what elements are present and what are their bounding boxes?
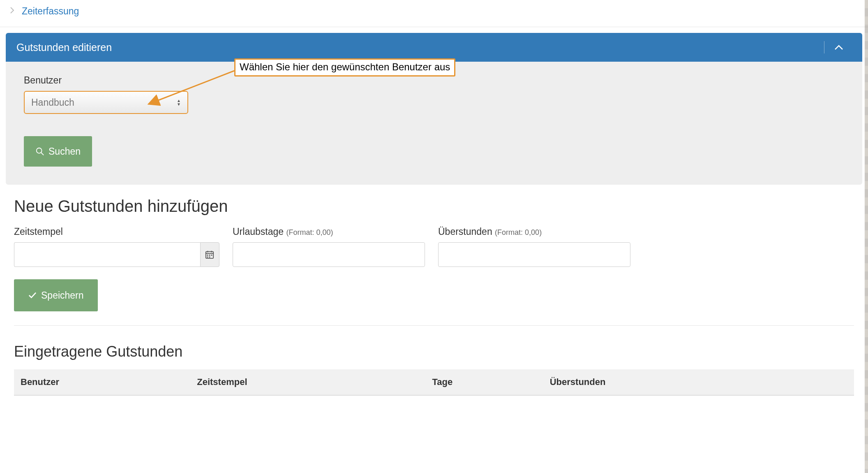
datepicker-button[interactable] — [200, 242, 219, 267]
decorative-stripe — [865, 0, 868, 412]
svg-line-1 — [41, 153, 44, 155]
search-icon — [35, 147, 44, 156]
user-select-value: Handbuch — [31, 97, 177, 108]
add-heading: Neue Gutstunden hinzufügen — [14, 197, 854, 216]
svg-rect-7 — [209, 255, 210, 256]
overtime-hint: (Format: 0,00) — [495, 228, 542, 236]
col-overtime[interactable]: Überstunden — [543, 369, 854, 395]
user-select[interactable]: Handbuch ▲▼ — [24, 91, 188, 114]
select-caret-icon: ▲▼ — [177, 99, 181, 106]
timestamp-label: Zeitstempel — [14, 226, 219, 237]
entries-section: Eingetragene Gutstunden Benutzer Zeitste… — [6, 326, 862, 396]
panel-title: Gutstunden editieren — [16, 42, 112, 53]
svg-rect-9 — [207, 257, 208, 258]
svg-rect-6 — [207, 255, 208, 256]
chevron-up-icon — [834, 44, 843, 50]
vacation-hint: (Format: 0,00) — [286, 228, 333, 236]
save-button-label: Speichern — [41, 290, 84, 301]
search-button-label: Suchen — [48, 146, 81, 157]
svg-rect-10 — [209, 257, 210, 258]
entries-heading: Eingetragene Gutstunden — [14, 343, 854, 360]
svg-rect-8 — [211, 255, 212, 256]
chevron-right-icon — [10, 7, 14, 16]
panel-header: Gutstunden editieren — [6, 33, 862, 62]
breadcrumb: Zeiterfassung — [0, 0, 868, 27]
col-user[interactable]: Benutzer — [14, 369, 190, 395]
entries-table: Benutzer Zeitstempel Tage Überstunden — [14, 369, 854, 396]
search-button[interactable]: Suchen — [24, 136, 92, 167]
check-icon — [28, 292, 37, 299]
annotation-callout: Wählen Sie hier den gewünschten Benutzer… — [234, 58, 455, 77]
col-days[interactable]: Tage — [426, 369, 543, 395]
edit-gutstunden-panel: Gutstunden editieren Wählen Sie hier den… — [6, 33, 862, 185]
add-gutstunden-section: Neue Gutstunden hinzufügen Zeitstempel — [6, 185, 862, 326]
overtime-input[interactable] — [438, 242, 630, 267]
svg-point-0 — [37, 148, 42, 153]
user-label: Benutzer — [24, 75, 844, 86]
calendar-icon — [205, 250, 214, 259]
timestamp-input[interactable] — [14, 242, 200, 267]
panel-collapse-button[interactable] — [824, 41, 852, 53]
vacation-input[interactable] — [233, 242, 425, 267]
overtime-label: Überstunden (Format: 0,00) — [438, 226, 630, 237]
save-button[interactable]: Speichern — [14, 279, 98, 311]
breadcrumb-link[interactable]: Zeiterfassung — [22, 6, 79, 17]
vacation-label: Urlaubstage (Format: 0,00) — [233, 226, 425, 237]
col-timestamp[interactable]: Zeitstempel — [190, 369, 425, 395]
